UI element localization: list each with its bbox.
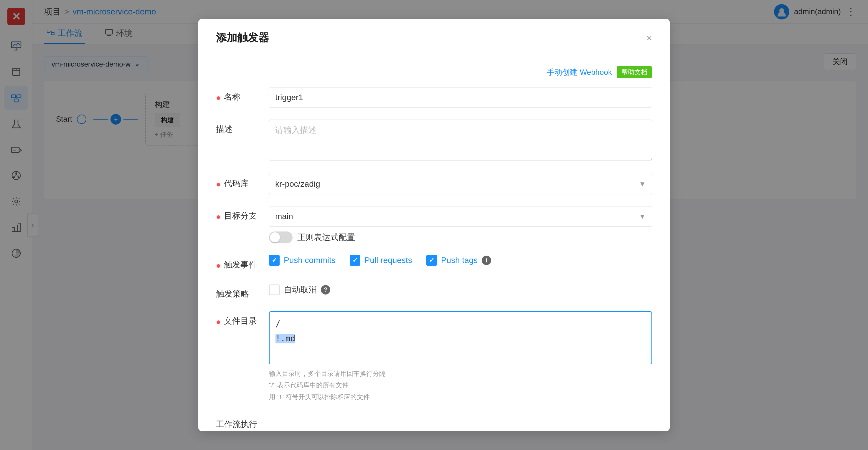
- workflow-vars-label-text: 工作流执行变量: [216, 419, 263, 431]
- description-control-wrap: [269, 120, 652, 162]
- auto-cancel-label: 自动取消: [284, 284, 317, 295]
- file-dir-line1: /: [276, 317, 646, 331]
- branch-control-wrap: main ▼ 正则表达式配置: [269, 206, 652, 243]
- pull-requests-checkbox-item[interactable]: ✓ Pull requests: [350, 255, 412, 266]
- name-input[interactable]: [269, 87, 652, 108]
- push-commits-label: Push commits: [284, 256, 336, 265]
- file-dir-selected-text: !.md: [276, 334, 295, 343]
- name-required-dot: ●: [216, 91, 221, 104]
- push-commits-checkbox-item[interactable]: ✓ Push commits: [269, 255, 336, 266]
- pull-requests-checkbox[interactable]: ✓: [350, 255, 360, 266]
- pull-requests-label: Pull requests: [365, 256, 412, 265]
- description-label-text: 描述: [216, 124, 232, 135]
- webhook-link-row: 手动创建 Webhook 帮助文档: [216, 66, 652, 78]
- branch-value: main: [275, 212, 293, 221]
- repo-select[interactable]: kr-poc/zadig ▼: [269, 174, 652, 194]
- auto-cancel-row: 自动取消 ?: [269, 284, 652, 295]
- file-directory-label-text: 文件目录: [224, 315, 257, 327]
- modal-header: 添加触发器 ×: [198, 19, 670, 54]
- webhook-link[interactable]: 手动创建 Webhook: [547, 67, 612, 77]
- name-form-row: ● 名称: [216, 87, 652, 108]
- branch-required-dot: ●: [216, 210, 221, 224]
- repo-required-dot: ●: [216, 178, 221, 191]
- toggle-knob: [270, 232, 280, 243]
- branch-arrow-icon: ▼: [639, 212, 646, 221]
- regex-toggle-label: 正则表达式配置: [297, 232, 355, 243]
- regex-toggle-row: 正则表达式配置: [269, 231, 652, 243]
- description-form-row: 描述: [216, 120, 652, 162]
- hint-3: 用 "!" 符号开头可以排除相应的文件: [269, 391, 652, 403]
- hint-2: "/" 表示代码库中的所有文件: [269, 379, 652, 391]
- add-trigger-modal: 添加触发器 × 手动创建 Webhook 帮助文档 ● 名称: [198, 19, 670, 431]
- push-tags-checkmark: ✓: [429, 257, 434, 264]
- push-tags-checkbox-item[interactable]: ✓ Push tags i: [426, 255, 492, 266]
- push-tags-checkbox[interactable]: ✓: [426, 255, 437, 266]
- trigger-strategy-control-wrap: 自动取消 ?: [269, 284, 652, 295]
- repo-form-row: ● 代码库 kr-poc/zadig ▼: [216, 174, 652, 194]
- repo-value: kr-poc/zadig: [275, 179, 320, 189]
- trigger-events-label-text: 触发事件: [224, 259, 257, 270]
- help-badge[interactable]: 帮助文档: [617, 66, 652, 78]
- description-label: 描述: [216, 120, 263, 135]
- file-directory-required-dot: ●: [216, 315, 221, 329]
- workflow-vars-label: 工作流执行变量: [216, 415, 263, 431]
- push-tags-info-icon[interactable]: i: [482, 256, 491, 265]
- trigger-events-control-wrap: ✓ Push commits ✓ Pull requests: [269, 255, 652, 266]
- push-commits-checkmark: ✓: [272, 257, 277, 264]
- regex-toggle[interactable]: [269, 231, 292, 243]
- modal-overlay: 添加触发器 × 手动创建 Webhook 帮助文档 ● 名称: [0, 0, 868, 450]
- trigger-events-form-row: ● 触发事件 ✓ Push commits: [216, 255, 652, 272]
- file-directory-label: ● 文件目录: [216, 311, 263, 329]
- hint-1: 输入目录时，多个目录请用回车换行分隔: [269, 368, 652, 380]
- trigger-strategy-label: 触发策略: [216, 284, 263, 299]
- repo-arrow-icon: ▼: [639, 180, 646, 188]
- pull-requests-checkmark: ✓: [352, 257, 358, 264]
- file-directory-hints: 输入目录时，多个目录请用回车换行分隔 "/" 表示代码库中的所有文件 用 "!"…: [269, 368, 652, 403]
- repo-label-text: 代码库: [224, 178, 249, 189]
- branch-select[interactable]: main ▼: [269, 206, 652, 227]
- trigger-events-checkboxes: ✓ Push commits ✓ Pull requests: [269, 255, 652, 266]
- modal-body: 手动创建 Webhook 帮助文档 ● 名称 描述: [198, 54, 670, 431]
- description-textarea[interactable]: [269, 120, 652, 161]
- modal-title: 添加触发器: [216, 31, 269, 45]
- auto-cancel-checkbox[interactable]: [269, 285, 280, 295]
- trigger-events-required-dot: ●: [216, 259, 221, 272]
- trigger-strategy-label-text: 触发策略: [216, 288, 249, 299]
- branch-form-row: ● 目标分支 main ▼ 正则表达式配置: [216, 206, 652, 243]
- branch-label-text: 目标分支: [224, 210, 257, 222]
- push-commits-checkbox[interactable]: ✓: [269, 255, 280, 266]
- name-label: ● 名称: [216, 87, 263, 104]
- modal-close-btn[interactable]: ×: [646, 33, 652, 43]
- file-directory-form-row: ● 文件目录 / !.md 输入目录时，多个目录请用回车换行分隔 "/" 表示代…: [216, 311, 652, 403]
- workflow-vars-form-row: 工作流执行变量: [216, 415, 652, 431]
- file-directory-control-wrap: / !.md 输入目录时，多个目录请用回车换行分隔 "/" 表示代码库中的所有文…: [269, 311, 652, 403]
- branch-label: ● 目标分支: [216, 206, 263, 224]
- name-control-wrap: [269, 87, 652, 108]
- trigger-strategy-form-row: 触发策略 自动取消 ?: [216, 284, 652, 299]
- repo-control-wrap: kr-poc/zadig ▼: [269, 174, 652, 194]
- auto-cancel-checkbox-item[interactable]: 自动取消 ?: [269, 284, 330, 295]
- file-directory-textarea[interactable]: / !.md: [269, 311, 652, 364]
- name-label-text: 名称: [224, 91, 241, 102]
- file-dir-line2: !.md: [276, 331, 646, 346]
- auto-cancel-info-icon[interactable]: ?: [321, 285, 330, 294]
- repo-label: ● 代码库: [216, 174, 263, 191]
- push-tags-label: Push tags: [441, 256, 478, 265]
- trigger-events-label: ● 触发事件: [216, 255, 263, 272]
